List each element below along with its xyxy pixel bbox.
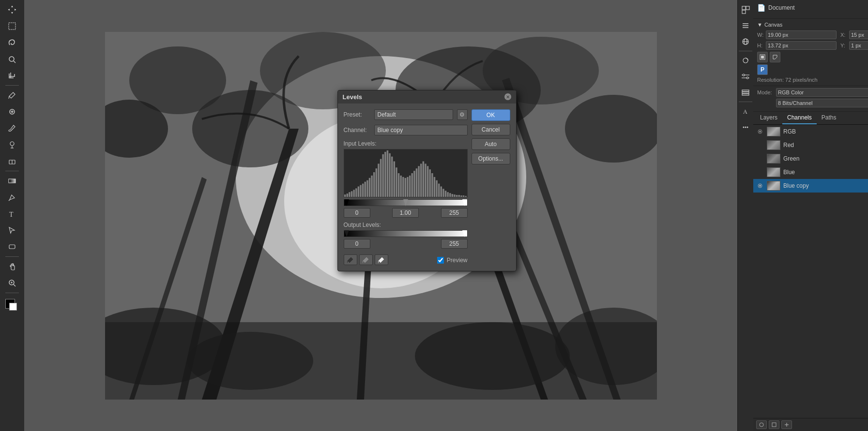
height-input[interactable] — [766, 41, 837, 50]
green-visibility-icon[interactable] — [756, 155, 764, 163]
histogram — [344, 149, 468, 197]
svg-rect-71 — [413, 171, 415, 197]
new-channel-btn[interactable] — [781, 420, 792, 429]
input-mid-value[interactable] — [392, 208, 419, 218]
output-min-value[interactable] — [344, 239, 370, 249]
white-eyedropper[interactable] — [375, 254, 388, 265]
levels-dialog: Levels ✕ Preset: Default — [337, 90, 517, 271]
channel-select[interactable]: Blue copy — [374, 125, 468, 135]
preset-label: Preset: — [344, 111, 370, 118]
input-max-value[interactable] — [441, 208, 468, 218]
blue-visibility-icon[interactable] — [756, 168, 764, 176]
y-input[interactable] — [849, 41, 868, 50]
canvas-btn2[interactable] — [770, 52, 780, 62]
gear-button[interactable]: ⚙ — [457, 109, 468, 120]
width-input[interactable] — [766, 30, 837, 39]
bits-row: 8 Bits/Channel — [757, 99, 868, 107]
svg-rect-82 — [438, 183, 439, 196]
mode-section: Mode: RGB Color 8 Bits/Channel — [753, 86, 868, 112]
input-black-handle[interactable] — [344, 199, 349, 206]
channel-blue-copy[interactable]: Blue copy Ctrl+6 — [753, 179, 868, 193]
clone-stamp-tool[interactable] — [4, 137, 20, 152]
path-selection-tool[interactable] — [4, 223, 20, 238]
auto-button[interactable]: Auto — [472, 138, 510, 150]
color-picker-tool[interactable] — [738, 53, 753, 68]
svg-rect-100 — [742, 10, 746, 14]
blue-copy-thumbnail — [767, 181, 780, 191]
input-white-handle[interactable] — [462, 199, 467, 206]
tab-channels[interactable]: Channels — [782, 112, 817, 124]
svg-point-120 — [747, 127, 748, 128]
gradient-tool[interactable] — [4, 173, 20, 189]
mode-select[interactable]: RGB Color — [776, 88, 868, 97]
options-button[interactable]: Options... — [472, 153, 510, 164]
input-mid-handle[interactable] — [403, 199, 408, 206]
brush-tool[interactable] — [4, 120, 20, 136]
red-visibility-icon[interactable] — [756, 141, 764, 149]
lasso-tool[interactable] — [4, 35, 20, 50]
rectangle-marquee-tool[interactable] — [4, 18, 20, 34]
preview-checkbox[interactable] — [437, 257, 444, 264]
rgb-visibility-icon[interactable] — [756, 128, 764, 135]
black-eyedropper[interactable] — [344, 254, 357, 265]
artboard-tool[interactable] — [738, 2, 753, 17]
move-tool[interactable] — [4, 2, 20, 17]
properties-panel-tool[interactable] — [738, 18, 753, 33]
eyedropper-tool[interactable] — [4, 88, 20, 103]
output-max-value[interactable] — [441, 239, 468, 249]
pen-tool[interactable] — [4, 190, 20, 205]
channel-row: Channel: Blue copy — [344, 125, 468, 135]
output-white-handle[interactable] — [462, 230, 467, 237]
crop-tool[interactable] — [4, 68, 20, 83]
adjustments-tool[interactable] — [738, 69, 753, 84]
canvas-area: Levels ✕ Preset: Default — [24, 0, 737, 431]
output-values-row — [344, 239, 468, 249]
svg-point-37 — [415, 322, 570, 390]
channel-green[interactable]: Green Ctrl+4 — [753, 152, 868, 165]
hand-tool[interactable] — [4, 259, 20, 274]
canvas-btn1[interactable] — [757, 52, 768, 62]
x-input[interactable] — [849, 30, 868, 39]
eraser-tool[interactable] — [4, 153, 20, 169]
svg-line-97 — [378, 261, 379, 263]
channels-panel-tool[interactable] — [738, 34, 753, 49]
background-color[interactable] — [9, 303, 17, 311]
output-black-handle[interactable] — [344, 230, 349, 237]
levels-close-button[interactable]: ✕ — [504, 93, 511, 100]
cancel-button[interactable]: Cancel — [472, 124, 510, 135]
blue-copy-visibility-icon[interactable] — [756, 182, 764, 190]
channel-blue[interactable]: Blue Ctrl+5 — [753, 165, 868, 179]
zoom-tool[interactable] — [4, 275, 20, 291]
ok-button[interactable]: OK — [472, 109, 510, 121]
svg-rect-14 — [9, 179, 15, 183]
bits-select[interactable]: 8 Bits/Channel — [776, 99, 868, 107]
shape-tool[interactable] — [4, 239, 20, 254]
height-row: H: — [757, 41, 837, 50]
text-panel-tool[interactable]: A — [738, 104, 753, 119]
input-slider-track[interactable] — [344, 199, 468, 206]
text-tool[interactable]: T — [4, 206, 20, 222]
quick-select-tool[interactable] — [4, 51, 20, 67]
gray-eyedropper[interactable] — [359, 254, 373, 265]
levels-titlebar[interactable]: Levels ✕ — [338, 90, 516, 104]
output-slider-track[interactable] — [344, 230, 468, 237]
input-min-value[interactable] — [344, 208, 370, 218]
p-icon[interactable]: P — [757, 64, 768, 75]
preset-select[interactable]: Default — [374, 109, 453, 120]
channel-red[interactable]: Red Ctrl+3 — [753, 138, 868, 152]
more-tools[interactable] — [738, 119, 753, 135]
tab-paths[interactable]: Paths — [817, 112, 841, 124]
svg-rect-85 — [444, 191, 446, 197]
svg-rect-54 — [375, 168, 377, 197]
red-name: Red — [783, 142, 868, 149]
load-channel-btn[interactable] — [756, 420, 767, 429]
save-selection-btn[interactable] — [769, 420, 779, 429]
canvas-chevron[interactable]: ▼ — [757, 22, 762, 28]
svg-rect-98 — [742, 6, 746, 10]
spot-healing-tool[interactable] — [4, 104, 20, 119]
tab-layers[interactable]: Layers — [755, 112, 782, 124]
layers-panel-tool[interactable] — [738, 85, 753, 100]
canvas-properties: W: X: H: Y: — [757, 30, 868, 50]
svg-rect-78 — [429, 169, 430, 197]
channel-rgb[interactable]: RGB Ctrl+2 — [753, 125, 868, 138]
